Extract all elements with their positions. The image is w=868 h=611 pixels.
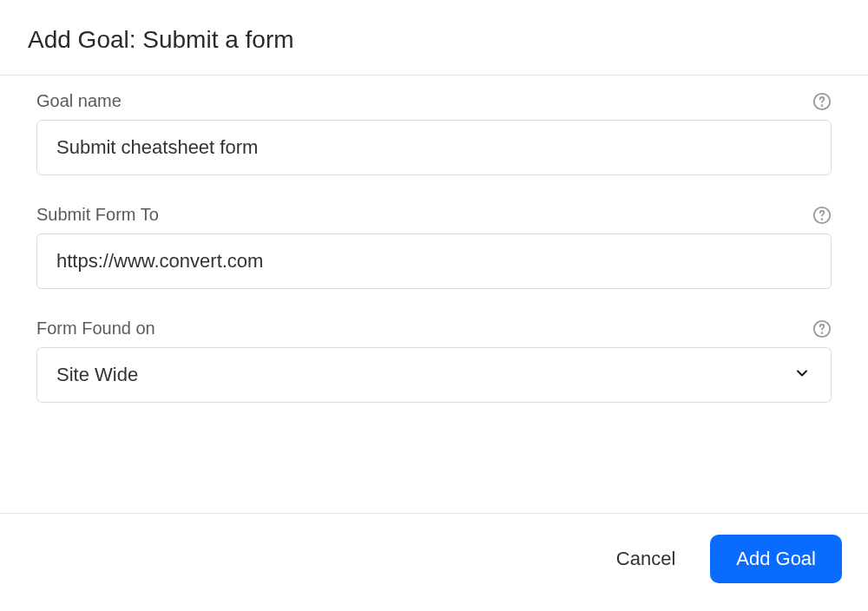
form-body: Goal name Submit Form To <box>0 76 868 513</box>
help-icon[interactable] <box>812 319 832 338</box>
form-found-on-group: Form Found on Site Wide <box>36 319 832 403</box>
help-icon[interactable] <box>812 206 832 225</box>
goal-name-label-row: Goal name <box>36 91 832 111</box>
help-icon[interactable] <box>812 92 832 111</box>
svg-point-5 <box>822 332 823 333</box>
modal-title: Add Goal: Submit a form <box>28 26 840 54</box>
submit-form-to-label-row: Submit Form To <box>36 205 832 225</box>
form-found-on-label: Form Found on <box>36 319 155 338</box>
form-found-on-select[interactable]: Site Wide <box>36 347 832 403</box>
svg-point-1 <box>822 105 823 106</box>
goal-name-input[interactable] <box>36 120 832 175</box>
goal-name-label: Goal name <box>36 91 122 111</box>
svg-point-3 <box>822 219 823 220</box>
submit-form-to-group: Submit Form To <box>36 205 832 289</box>
modal-header: Add Goal: Submit a form <box>0 0 868 75</box>
form-found-on-select-wrapper: Site Wide <box>36 347 832 403</box>
form-found-on-label-row: Form Found on <box>36 319 832 338</box>
modal-footer: Cancel Add Goal <box>0 513 868 611</box>
cancel-button[interactable]: Cancel <box>616 548 675 570</box>
add-goal-button[interactable]: Add Goal <box>710 535 842 583</box>
submit-form-to-label: Submit Form To <box>36 205 159 225</box>
goal-name-group: Goal name <box>36 91 832 175</box>
submit-form-to-input[interactable] <box>36 233 832 289</box>
